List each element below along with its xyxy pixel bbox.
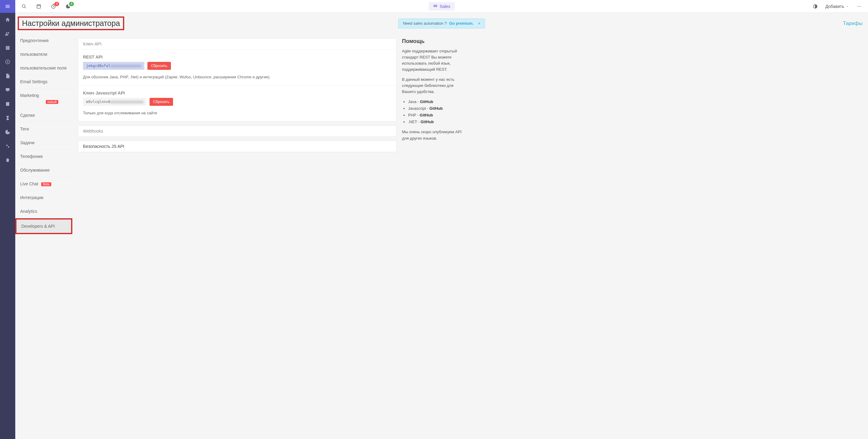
js-api-key[interactable]: m9vlcqlnnv6xxxxxxxxxxxxxxx — [83, 98, 147, 106]
help-p1: Agile поддерживает открытый стандарт RES… — [402, 48, 463, 73]
rail-home[interactable] — [0, 13, 15, 27]
nav-email-settings[interactable]: Email Settings — [15, 75, 72, 89]
rest-api-label: REST API — [83, 55, 391, 60]
page: Настройки администратора Need sales auto… — [15, 13, 868, 234]
add-label: Добавить — [825, 4, 844, 9]
github-link-js[interactable]: GitHub — [429, 106, 442, 111]
nav-users[interactable]: пользователи — [15, 47, 72, 61]
js-api-row: m9vlcqlnnv6xxxxxxxxxxxxxxx Сбросить — [83, 98, 391, 106]
svg-rect-5 — [37, 5, 40, 8]
help-lib-php: PHP - GitHub — [408, 112, 463, 119]
alert-text: Need sales automation ? — [403, 21, 447, 26]
rail-contacts[interactable] — [0, 27, 15, 41]
rest-api-row: jekgcd8ofalxxxxxxxxxxxxxx Сбросить — [83, 62, 391, 70]
github-link-java[interactable]: GitHub — [420, 99, 433, 104]
more-button[interactable] — [857, 4, 862, 9]
svg-point-4 — [22, 5, 25, 7]
search-button[interactable] — [21, 4, 27, 9]
gears-icon — [5, 143, 10, 149]
rail-docs[interactable] — [0, 69, 15, 83]
rest-api-key[interactable]: jekgcd8ofalxxxxxxxxxxxxxx — [83, 62, 144, 70]
js-security-panel[interactable]: Безопасность JS API — [78, 140, 397, 152]
document-icon — [5, 73, 10, 79]
svg-point-2 — [6, 145, 8, 146]
help-lib-java: Java - GitHub — [408, 98, 463, 105]
svg-point-3 — [8, 146, 9, 148]
rail-settings[interactable] — [0, 139, 15, 153]
nav-marketing[interactable]: Marketing новый — [15, 89, 72, 108]
rest-api-reset-button[interactable]: Сбросить — [147, 62, 171, 70]
calendar-button[interactable] — [36, 4, 41, 9]
topbar-left: 4 4 — [21, 4, 71, 9]
theme-button[interactable] — [812, 4, 818, 9]
topbar-center: Sales — [71, 2, 812, 11]
help-libs: Java - GitHub Javascript - GitHub PHP - … — [402, 98, 463, 125]
js-api-label: Ключ Javascript API — [83, 91, 391, 95]
help-aside: Помощь Agile поддерживает открытый станд… — [402, 34, 466, 149]
sales-label: Sales — [440, 4, 451, 9]
help-title: Помощь — [402, 38, 463, 44]
grid-icon — [433, 4, 437, 8]
js-api-desc: Только для кода отслеживания на сайте — [83, 110, 391, 116]
webhooks-panel[interactable]: Webhooks — [78, 125, 397, 137]
hamburger-icon — [5, 4, 10, 9]
go-premium-link[interactable]: Go premium. — [449, 21, 474, 26]
nav-deals[interactable]: Сделки — [15, 108, 72, 122]
nav-marketing-label: Marketing — [20, 93, 39, 98]
body-row: Предпочтения пользователи пользовательск… — [15, 34, 868, 234]
api-key-body: REST API jekgcd8ofalxxxxxxxxxxxxxx Сброс… — [78, 50, 396, 121]
rail-deals[interactable]: $ — [0, 55, 15, 69]
nav-telephony[interactable]: Телефония — [15, 150, 72, 163]
page-title: Настройки администратора — [22, 19, 120, 28]
search-icon — [21, 4, 27, 9]
rail-calendar[interactable] — [0, 97, 15, 111]
topbar-right: Добавить — [812, 4, 862, 9]
left-rail: $ — [0, 0, 15, 234]
nav-custom-fields[interactable]: пользовательские поля — [15, 61, 72, 75]
nav-livechat-badge: Beta — [41, 182, 51, 186]
svg-rect-12 — [436, 6, 437, 7]
rail-trash[interactable] — [0, 153, 15, 167]
svg-text:$: $ — [7, 60, 8, 63]
page-title-highlight: Настройки администратора — [18, 16, 124, 30]
timer-button[interactable]: 4 — [51, 4, 56, 9]
calendar-small-icon — [36, 4, 41, 9]
svg-rect-8 — [435, 5, 436, 5]
home-icon — [5, 17, 10, 23]
rail-monitor[interactable] — [0, 83, 15, 97]
svg-rect-11 — [435, 6, 436, 7]
hamburger-menu[interactable] — [0, 0, 15, 13]
rail-reports[interactable] — [0, 125, 15, 139]
nav-service[interactable]: Обслуживание — [15, 163, 72, 177]
contrast-icon — [812, 4, 818, 9]
svg-point-14 — [857, 6, 858, 6]
topbar: 4 4 Sales Добавить — [15, 0, 868, 13]
nav-developers-api[interactable]: Developers & API — [15, 218, 72, 234]
nav-livechat-label: Live Chat — [20, 181, 38, 186]
main-content: Ключ API REST API jekgcd8ofalxxxxxxxxxxx… — [72, 34, 402, 160]
github-link-net[interactable]: GitHub — [421, 120, 434, 124]
nav-analytics[interactable]: Analytics — [15, 205, 72, 218]
people-icon — [5, 31, 10, 37]
add-dropdown[interactable]: Добавить — [825, 4, 849, 9]
rail-company[interactable] — [0, 41, 15, 55]
js-api-reset-button[interactable]: Сбросить — [150, 98, 173, 106]
rest-api-desc: Для оболочек Java, PHP, .Net) и интеграц… — [83, 74, 391, 80]
alert-close[interactable]: × — [478, 21, 480, 26]
nav-livechat[interactable]: Live Chat Beta — [15, 177, 72, 191]
help-lib-net: .NET - GitHub — [408, 119, 463, 125]
premium-alert: Need sales automation ? Go premium. × — [398, 19, 485, 28]
nav-tags[interactable]: Теги — [15, 122, 72, 136]
svg-rect-10 — [433, 6, 434, 7]
rail-hourglass[interactable] — [0, 111, 15, 125]
nav-preferences[interactable]: Предпочтения — [15, 34, 72, 47]
nav-tasks[interactable]: Задачи — [15, 136, 72, 150]
pie-button[interactable]: 4 — [65, 4, 71, 9]
sales-dropdown[interactable]: Sales — [429, 2, 455, 11]
tarify-link[interactable]: Тарифы — [843, 21, 863, 27]
svg-rect-7 — [433, 5, 434, 5]
help-p3: Мы очень скоро опубликуем API для других… — [402, 129, 463, 141]
github-link-php[interactable]: GitHub — [420, 113, 433, 117]
nav-integrations[interactable]: Интеграции — [15, 191, 72, 205]
hourglass-icon — [5, 115, 10, 121]
